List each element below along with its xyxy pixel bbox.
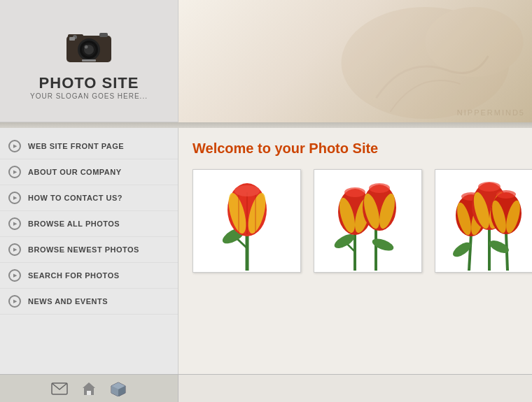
email-icon[interactable] [51,382,68,396]
nav-item-search[interactable]: SEARCH FOR PHOTOS [0,263,178,289]
nav-item-browse-newest[interactable]: BROWSE NEWEST PHOTOS [0,237,178,263]
svg-rect-59 [87,391,91,395]
site-title: PHOTO SITE [39,74,139,92]
svg-point-12 [426,7,524,77]
photo-card-1[interactable] [192,169,301,273]
welcome-text: Welcome to your [192,141,309,156]
nav-item-label: SEARCH FOR PHOTOS [28,271,120,280]
nav-arrow-icon [8,217,21,230]
camera-icon [61,22,117,70]
photo-grid [192,169,518,273]
svg-rect-7 [99,33,108,37]
nav-item-label: WEB SITE FRONT PAGE [28,142,124,150]
nav-sidebar: WEB SITE FRONT PAGEABOUT OUR COMPANYHOW … [0,128,178,374]
watermark: NIPPERMIND5 [457,108,525,117]
footer-right [178,375,532,402]
welcome-heading: Welcome to your Photo Site [192,141,518,157]
nav-item-label: ABOUT OUR COMPANY [28,168,122,176]
svg-point-37 [369,183,390,193]
nav-arrow-icon [8,243,21,256]
top-section: PHOTO SITE YOUR SLOGAN GOES HERE... NIPP… [0,0,532,122]
nav-item-label: BROWSE NEWEST PHOTOS [28,245,139,254]
footer [0,374,532,402]
nav-item-label: HOW TO CONTACT US? [28,194,122,202]
svg-point-33 [344,187,365,197]
nav-item-label: BROWSE ALL PHOTOS [28,220,120,228]
nav-arrow-icon [8,269,21,282]
header-banner: NIPPERMIND5 [178,0,532,122]
divider-bar [0,122,532,128]
svg-marker-57 [83,382,95,388]
nav-item-about[interactable]: ABOUT OUR COMPANY [0,159,178,185]
photo-card-2[interactable] [314,169,422,273]
page-wrapper: PHOTO SITE YOUR SLOGAN GOES HERE... NIPP… [0,0,532,402]
footer-icons [0,375,178,402]
info-box-icon[interactable] [110,382,127,396]
svg-point-55 [496,190,516,199]
middle-section: WEB SITE FRONT PAGEABOUT OUR COMPANYHOW … [0,128,532,374]
svg-point-51 [478,182,500,192]
nav-arrow-icon [8,140,21,152]
nav-arrow-icon [8,166,21,178]
svg-point-6 [85,45,88,49]
svg-rect-9 [69,37,75,41]
nav-item-contact[interactable]: HOW TO CONTACT US? [0,185,178,211]
home-icon[interactable] [80,382,97,396]
nav-item-news[interactable]: NEWS AND EVENTS [0,289,178,315]
site-slogan: YOUR SLOGAN GOES HERE... [30,92,148,100]
logo-sidebar: PHOTO SITE YOUR SLOGAN GOES HERE... [0,0,178,122]
svg-rect-10 [82,59,96,62]
nav-arrow-icon [8,192,21,204]
nav-arrow-icon [8,295,21,308]
nav-item-label: NEWS AND EVENTS [28,297,108,306]
nav-item-browse-all[interactable]: BROWSE ALL PHOTOS [0,211,178,237]
main-content: Welcome to your Photo Site [178,128,532,374]
nav-item-front-page[interactable]: WEB SITE FRONT PAGE [0,134,178,159]
photo-card-3[interactable] [435,169,532,273]
logo-area: PHOTO SITE YOUR SLOGAN GOES HERE... [0,0,178,122]
welcome-highlight: Photo Site [309,141,378,156]
svg-point-23 [234,185,260,196]
